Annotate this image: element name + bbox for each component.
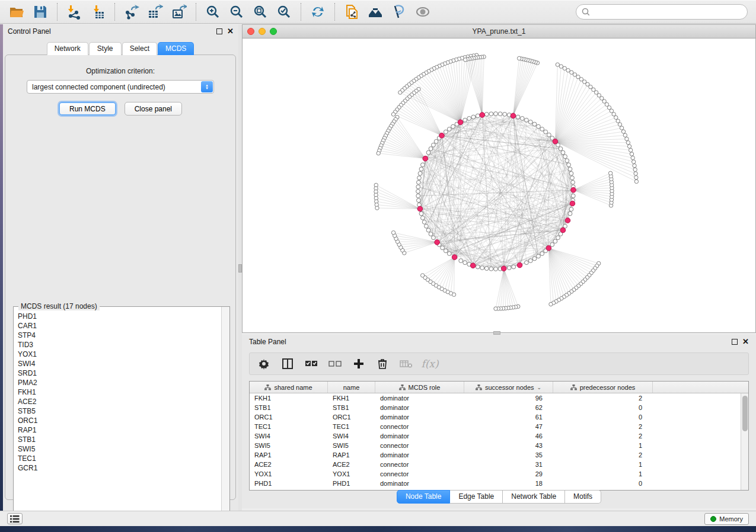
add-column-icon[interactable]: [352, 357, 366, 371]
table-row[interactable]: YOX1YOX1connector291: [250, 469, 741, 479]
cell-successor-nodes: 61: [464, 414, 553, 421]
import-network-icon[interactable]: [66, 4, 82, 20]
node-table-scroll-thumb[interactable]: [742, 396, 748, 431]
attribute-type-icon: [570, 384, 577, 390]
result-item[interactable]: STB5: [18, 406, 217, 416]
tab-edge-table[interactable]: Edge Table: [450, 490, 503, 504]
result-item[interactable]: RAP1: [18, 425, 217, 435]
tab-style[interactable]: Style: [89, 42, 122, 55]
search-input[interactable]: [591, 8, 742, 16]
table-row[interactable]: TEC1TEC1connector472: [250, 422, 741, 431]
hide-details-icon[interactable]: [414, 4, 431, 20]
mcds-result-scrollbar[interactable]: [221, 307, 229, 523]
result-item[interactable]: SRD1: [18, 368, 217, 378]
tab-node-table[interactable]: Node Table: [397, 490, 451, 504]
mcds-tab-content: Optimization criterion: largest connecte…: [5, 55, 236, 500]
result-item[interactable]: YOX1: [18, 350, 217, 359]
close-panel-button[interactable]: Close panel: [125, 102, 182, 116]
tab-mcds[interactable]: MCDS: [158, 42, 194, 55]
result-item[interactable]: GCR1: [18, 463, 217, 473]
attribute-type-icon: [264, 384, 271, 390]
result-item[interactable]: CAR1: [18, 321, 217, 331]
zoom-selected-icon[interactable]: [276, 4, 292, 20]
attribute-type-icon: [399, 384, 406, 390]
cell-predecessor-nodes: 1: [553, 461, 653, 468]
column-header-predecessor-nodes[interactable]: predecessor nodes: [553, 382, 653, 393]
export-table-icon[interactable]: [147, 4, 164, 20]
network-window-titlebar[interactable]: YPA_prune.txt_1: [243, 25, 755, 39]
first-neighbors-icon[interactable]: [367, 4, 384, 20]
result-item[interactable]: TEC1: [18, 454, 217, 463]
table-row[interactable]: ACE2ACE2connector311: [250, 460, 741, 469]
sort-caret-icon: ⌄: [537, 384, 542, 390]
float-table-panel-icon[interactable]: [732, 339, 738, 345]
attribute-type-icon: [476, 384, 482, 390]
float-panel-icon[interactable]: [216, 28, 222, 34]
tab-select[interactable]: Select: [122, 42, 157, 55]
column-header-label: name: [343, 384, 360, 391]
export-network-icon[interactable]: [123, 4, 140, 20]
cell-name: PHD1: [328, 480, 375, 487]
task-history-button[interactable]: [7, 513, 23, 524]
memory-button[interactable]: Memory: [704, 513, 749, 525]
criterion-dropdown[interactable]: largest connected component (undirected)…: [27, 80, 214, 94]
export-image-icon[interactable]: [171, 4, 187, 20]
zoom-in-icon[interactable]: [205, 4, 221, 20]
cell-successor-nodes: 18: [464, 480, 553, 487]
search-box[interactable]: [576, 4, 748, 20]
cell-successor-nodes: 96: [464, 395, 553, 402]
save-session-icon[interactable]: [32, 4, 49, 20]
table-row[interactable]: SWI4SWI4dominator462: [250, 431, 741, 441]
cell-shared-name: FKH1: [250, 395, 328, 402]
table-row[interactable]: SWI5SWI5connector431: [250, 441, 741, 450]
search-icon: [581, 7, 591, 17]
cell-MCDS-role: dominator: [375, 404, 464, 411]
close-table-panel-icon[interactable]: ✕: [742, 339, 749, 345]
mcds-result-box: MCDS result (17 nodes) PHD1CAR1STP4TID3Y…: [13, 306, 230, 523]
table-row[interactable]: PHD1PHD1dominator180: [250, 479, 741, 488]
column-header-successor-nodes[interactable]: successor nodes⌄: [464, 382, 553, 393]
select-all-icon[interactable]: [304, 357, 318, 371]
split-table-icon[interactable]: [280, 357, 295, 371]
clone-network-icon[interactable]: [343, 4, 360, 20]
table-row[interactable]: STB1STB1dominator620: [250, 403, 741, 412]
zoom-fit-icon[interactable]: [252, 4, 269, 20]
mcds-result-list[interactable]: PHD1CAR1STP4TID3YOX1SWI4SRD1PMA2FKH1ACE2…: [14, 310, 221, 522]
tab-network-table[interactable]: Network Table: [503, 490, 565, 504]
cell-name: TEC1: [328, 423, 375, 430]
refresh-layout-icon[interactable]: [310, 4, 326, 20]
column-header-MCDS-role[interactable]: MCDS role: [375, 382, 464, 393]
result-item[interactable]: PHD1: [18, 312, 217, 321]
zoom-out-icon[interactable]: [228, 4, 245, 20]
import-table-icon[interactable]: [90, 4, 106, 20]
open-file-icon[interactable]: [8, 4, 25, 20]
delete-column-icon[interactable]: [375, 357, 390, 371]
column-header-shared-name[interactable]: shared name: [250, 382, 328, 393]
network-canvas[interactable]: [243, 39, 755, 332]
table-row[interactable]: FKH1FKH1dominator962: [250, 393, 741, 403]
column-header-label: shared name: [274, 384, 312, 391]
node-table-scrollbar[interactable]: [741, 393, 748, 490]
result-item[interactable]: STB1: [18, 435, 217, 444]
vizmap-icon[interactable]: [391, 4, 407, 20]
tab-network[interactable]: Network: [47, 42, 88, 55]
main-toolbar: [0, 0, 756, 24]
result-item[interactable]: TID3: [18, 340, 217, 350]
result-item[interactable]: ORC1: [18, 416, 217, 425]
result-item[interactable]: SWI4: [18, 359, 217, 368]
result-item[interactable]: STP4: [18, 331, 217, 340]
result-item[interactable]: FKH1: [18, 387, 217, 397]
column-header-name[interactable]: name: [328, 382, 375, 393]
table-settings-icon[interactable]: [257, 357, 271, 371]
cell-MCDS-role: dominator: [375, 414, 464, 421]
close-panel-icon[interactable]: ✕: [227, 28, 234, 34]
deselect-all-icon[interactable]: [328, 357, 342, 371]
result-item[interactable]: PMA2: [18, 378, 217, 387]
result-item[interactable]: ACE2: [18, 397, 217, 406]
cell-predecessor-nodes: 2: [553, 423, 653, 430]
table-row[interactable]: RAP1RAP1dominator352: [250, 450, 741, 460]
result-item[interactable]: SWI5: [18, 444, 217, 454]
table-row[interactable]: ORC1ORC1dominator610: [250, 412, 741, 422]
run-mcds-button[interactable]: Run MCDS: [59, 102, 116, 116]
tab-motifs[interactable]: Motifs: [565, 490, 601, 504]
